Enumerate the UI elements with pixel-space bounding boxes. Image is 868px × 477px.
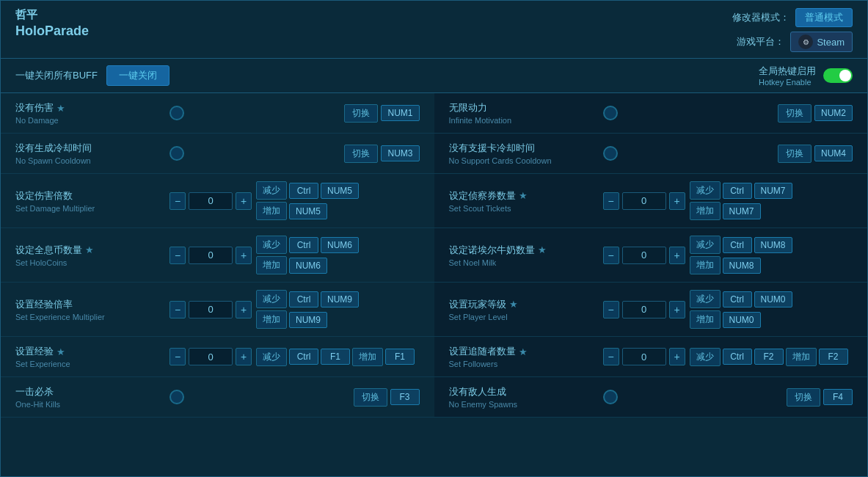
switch-btn-no-spawn-cooldown[interactable]: 切换 [344,145,378,163]
dec-key-holocoins[interactable]: NUM6 [321,237,359,253]
dec-key-inline-followers[interactable]: F2 [754,349,784,365]
dec-mod-scout-tickets[interactable]: Ctrl [723,183,752,199]
num-input-player-level[interactable] [622,301,666,318]
dec-key-damage-multiplier[interactable]: NUM5 [321,183,359,199]
mode-row: 修改器模式： 普通模式 [732,8,853,27]
dec-btn-exp-multiplier[interactable]: − [169,301,186,318]
dec-label-holocoins[interactable]: 减少 [256,236,287,254]
inc-btn-damage-multiplier[interactable]: + [236,192,252,210]
dec-mod-noel-milk[interactable]: Ctrl [723,237,752,253]
close-all-button[interactable]: 一键关闭 [106,65,169,86]
cheat-info-no-enemy-spawns: 没有敌人生成No Enemy Spawns [449,385,603,409]
hotkey-toggle[interactable] [823,68,853,83]
inc-key-inline-experience[interactable]: F1 [385,349,415,365]
dec-key-noel-milk[interactable]: NUM8 [754,237,792,253]
cheat-name-cn-no-spawn-cooldown: 没有生成冷却时间 [15,142,169,155]
switch-btn-one-hit-kills[interactable]: 切换 [354,388,387,407]
dec-label-inline-experience[interactable]: 减少 [256,348,287,366]
toggle-no-enemy-spawns[interactable] [603,390,618,404]
num-input-holocoins[interactable] [189,247,233,264]
dec-key-scout-tickets[interactable]: NUM7 [754,183,792,199]
controls-no-damage: 切换NUM1 [344,104,419,123]
inc-key-noel-milk[interactable]: NUM8 [723,258,761,274]
toggle-no-spawn-cooldown[interactable] [169,146,184,161]
toggle-infinite-motivation[interactable] [603,106,618,120]
dec-key-player-level[interactable]: NUM0 [754,291,792,307]
dec-mod-holocoins[interactable]: Ctrl [289,237,318,253]
num-input-exp-multiplier[interactable] [189,301,233,318]
platform-button[interactable]: ⚙ Steam [790,32,853,52]
dec-label-scout-tickets[interactable]: 减少 [690,181,721,200]
inc-key-player-level[interactable]: NUM0 [723,312,761,328]
dec-btn-scout-tickets[interactable]: − [603,192,619,210]
dec-mod-exp-multiplier[interactable]: Ctrl [289,291,318,307]
dec-mod-player-level[interactable]: Ctrl [723,291,752,307]
dec-mod-damage-multiplier[interactable]: Ctrl [289,183,318,199]
inc-key-inline-followers[interactable]: F2 [819,349,848,365]
inc-label-scout-tickets[interactable]: 增加 [690,202,721,220]
key-row-inc-damage-multiplier: 增加NUM5 [256,202,359,220]
dec-mod-inline-experience[interactable]: Ctrl [289,349,318,365]
inc-label-noel-milk[interactable]: 增加 [690,256,721,274]
key-btn-one-hit-kills[interactable]: F3 [390,389,420,405]
inc-key-holocoins[interactable]: NUM6 [289,258,327,274]
star-icon-holocoins: ★ [85,244,94,255]
inc-btn-player-level[interactable]: + [669,301,685,318]
dec-label-damage-multiplier[interactable]: 减少 [256,181,287,200]
dec-key-inline-experience[interactable]: F1 [321,349,350,365]
switch-btn-infinite-motivation[interactable]: 切换 [778,104,812,123]
inc-btn-holocoins[interactable]: + [236,247,252,264]
inc-btn-scout-tickets[interactable]: + [669,192,685,210]
inc-label-exp-multiplier[interactable]: 增加 [256,310,287,329]
inc-label-inline-experience[interactable]: 增加 [352,348,383,366]
cheat-label-experience: 设置经验 [15,345,54,358]
key-btn-no-damage[interactable]: NUM1 [381,105,419,121]
cheat-info-holocoins: 设定全息币数量★Set HoloCoins [15,244,169,267]
dec-key-exp-multiplier[interactable]: NUM9 [321,291,359,307]
dec-btn-noel-milk[interactable]: − [603,247,619,264]
key-row-inc-player-level: 增加NUM0 [690,310,792,329]
key-btn-infinite-motivation[interactable]: NUM2 [814,105,853,121]
dec-label-inline-followers[interactable]: 减少 [690,348,721,366]
num-input-scout-tickets[interactable] [622,192,666,210]
cheat-row-one-hit-kills: 一击必杀One-Hit Kills切换F3 [1,377,434,418]
controls-infinite-motivation: 切换NUM2 [778,104,853,123]
toggle-one-hit-kills[interactable] [169,390,184,404]
switch-btn-no-support-cooldown[interactable]: 切换 [778,145,812,163]
inc-btn-followers[interactable]: + [669,348,685,365]
dec-btn-followers[interactable]: − [603,348,619,365]
inc-label-holocoins[interactable]: 增加 [256,256,287,274]
hotkey-section: 全局热键启用 Hotkey Enable [759,65,853,87]
toggle-no-support-cooldown[interactable] [603,146,618,161]
key-btn-no-support-cooldown[interactable]: NUM4 [814,145,853,161]
dec-btn-experience[interactable]: − [169,348,186,365]
inc-key-scout-tickets[interactable]: NUM7 [723,203,761,219]
inc-label-damage-multiplier[interactable]: 增加 [256,202,287,220]
inc-btn-exp-multiplier[interactable]: + [236,301,252,318]
dec-label-noel-milk[interactable]: 减少 [690,236,721,254]
dec-label-player-level[interactable]: 减少 [690,290,721,308]
dec-mod-inline-followers[interactable]: Ctrl [723,349,752,365]
key-btn-no-enemy-spawns[interactable]: F4 [823,389,853,405]
switch-btn-no-damage[interactable]: 切换 [344,104,378,123]
mode-button[interactable]: 普通模式 [795,8,853,27]
num-input-damage-multiplier[interactable] [189,192,233,210]
dec-btn-holocoins[interactable]: − [169,247,186,264]
inc-key-exp-multiplier[interactable]: NUM9 [289,312,327,328]
inc-btn-experience[interactable]: + [236,348,252,365]
cheat-row-no-enemy-spawns: 没有敌人生成No Enemy Spawns切换F4 [434,377,868,418]
num-input-noel-milk[interactable] [622,247,666,264]
num-input-experience[interactable] [189,348,233,365]
dec-label-exp-multiplier[interactable]: 减少 [256,290,287,308]
key-btn-no-spawn-cooldown[interactable]: NUM3 [381,145,419,161]
inc-btn-noel-milk[interactable]: + [669,247,685,264]
inc-key-damage-multiplier[interactable]: NUM5 [289,203,327,219]
inc-label-inline-followers[interactable]: 增加 [786,348,817,366]
switch-btn-no-enemy-spawns[interactable]: 切换 [787,388,820,407]
inc-label-player-level[interactable]: 增加 [690,310,721,329]
key-group-scout-tickets: 减少CtrlNUM7增加NUM7 [690,181,792,220]
dec-btn-player-level[interactable]: − [603,301,619,318]
toggle-no-damage[interactable] [169,106,184,120]
dec-btn-damage-multiplier[interactable]: − [169,192,186,210]
num-input-followers[interactable] [622,348,666,365]
